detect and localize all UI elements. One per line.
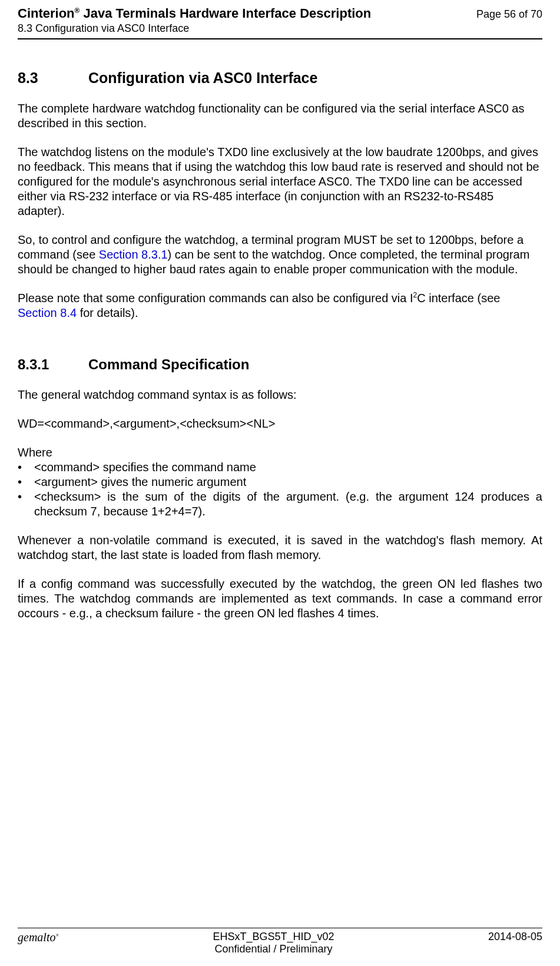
document-id: EHSxT_BGS5T_HID_v02 bbox=[213, 931, 334, 943]
paragraph: Whenever a non-volatile command is execu… bbox=[18, 533, 542, 563]
text-fragment: for details). bbox=[77, 306, 138, 319]
brand-name: gemalto bbox=[18, 931, 55, 944]
subsection-heading: 8.3.1 Command Specification bbox=[18, 356, 542, 373]
bullet-icon: • bbox=[18, 489, 34, 504]
text-fragment: C interface (see bbox=[417, 292, 500, 305]
bullet-icon: • bbox=[18, 475, 34, 489]
list-item: •<checksum> is the sum of the digits of … bbox=[18, 489, 542, 519]
page-footer: gemalto× EHSxT_BGS5T_HID_v02 Confidentia… bbox=[18, 928, 542, 955]
brand-logo: gemalto× bbox=[18, 931, 59, 944]
bullet-list: •<command> specifies the command name •<… bbox=[18, 460, 542, 519]
title-prefix: Cinterion bbox=[18, 6, 75, 21]
breadcrumb: 8.3 Configuration via ASC0 Interface bbox=[18, 22, 542, 35]
paragraph: So, to control and configure the watchdo… bbox=[18, 233, 542, 277]
paragraph: Please note that some configuration comm… bbox=[18, 291, 542, 320]
document-title: Cinterion® Java Terminals Hardware Inter… bbox=[18, 6, 371, 21]
cross-reference-link[interactable]: Section 8.4 bbox=[18, 306, 77, 319]
document-date: 2014-08-05 bbox=[488, 931, 542, 943]
footer-center: EHSxT_BGS5T_HID_v02 Confidential / Preli… bbox=[213, 931, 334, 955]
paragraph: The complete hardware watchdog functiona… bbox=[18, 101, 542, 131]
list-item: •<command> specifies the command name bbox=[18, 460, 542, 475]
page-content: 8.3 Configuration via ASC0 Interface The… bbox=[18, 39, 542, 621]
paragraph: The watchdog listens on the module's TXD… bbox=[18, 145, 542, 219]
paragraph: The general watchdog command syntax is a… bbox=[18, 388, 542, 402]
title-suffix: Java Terminals Hardware Interface Descri… bbox=[79, 6, 371, 21]
list-item: •<argument> gives the numeric argument bbox=[18, 475, 542, 489]
list-item-text: <argument> gives the numeric argument bbox=[34, 475, 542, 489]
footer-divider bbox=[18, 928, 542, 928]
brand-mark: × bbox=[55, 932, 59, 938]
subsection-title: Command Specification bbox=[88, 356, 249, 373]
bullet-icon: • bbox=[18, 460, 34, 475]
text-fragment: Please note that some configuration comm… bbox=[18, 292, 413, 305]
page-header: Cinterion® Java Terminals Hardware Inter… bbox=[18, 0, 542, 39]
where-label: Where bbox=[18, 445, 542, 460]
subsection-number: 8.3.1 bbox=[18, 356, 88, 373]
document-page: Cinterion® Java Terminals Hardware Inter… bbox=[0, 0, 560, 966]
section-title: Configuration via ASC0 Interface bbox=[88, 69, 317, 87]
command-syntax: WD=<command>,<argument>,<checksum><NL> bbox=[18, 416, 542, 431]
list-item-text: <checksum> is the sum of the digits of t… bbox=[34, 489, 542, 519]
section-number: 8.3 bbox=[18, 69, 88, 87]
confidentiality-label: Confidential / Preliminary bbox=[213, 943, 334, 955]
list-item-text: <command> specifies the command name bbox=[34, 460, 542, 475]
section-heading: 8.3 Configuration via ASC0 Interface bbox=[18, 69, 542, 87]
page-number: Page 56 of 70 bbox=[476, 8, 542, 21]
paragraph: If a config command was successfully exe… bbox=[18, 577, 542, 621]
cross-reference-link[interactable]: Section 8.3.1 bbox=[99, 248, 168, 261]
